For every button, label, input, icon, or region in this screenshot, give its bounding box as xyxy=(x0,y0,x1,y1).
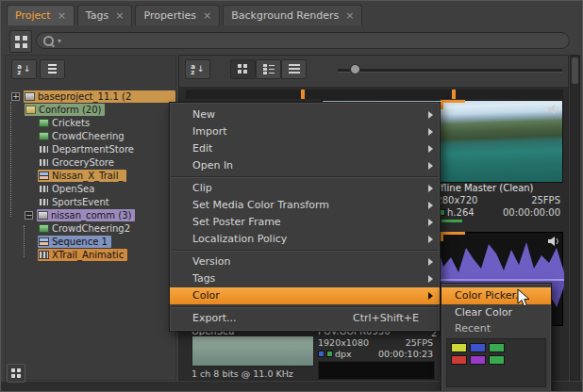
menu-item-edit[interactable]: Edit xyxy=(170,140,440,157)
search-input[interactable] xyxy=(67,33,562,48)
scrollbar-handle[interactable] xyxy=(572,57,578,84)
color-swatch-5[interactable] xyxy=(470,355,486,365)
layout-grid-button[interactable] xyxy=(9,30,32,53)
tree-item-label: DepartmentStore xyxy=(52,144,134,155)
opensea-thumbnail[interactable] xyxy=(192,335,314,367)
list-view-icon xyxy=(289,64,300,74)
arrow-down-icon: ↓ xyxy=(24,65,31,74)
color-swatch-3[interactable] xyxy=(489,343,505,352)
tree-item-departmentstore[interactable]: DepartmentStore xyxy=(6,142,175,155)
color-swatch-1[interactable] xyxy=(451,343,467,352)
tree-item-sequence-1[interactable]: Sequence 1 xyxy=(6,235,175,248)
menu-item-tags[interactable]: Tags xyxy=(170,270,440,287)
menu-shortcut: Ctrl+Shift+E xyxy=(353,310,419,327)
gopro-thumbnail[interactable] xyxy=(318,361,435,380)
tab-properties[interactable]: Properties× xyxy=(135,5,220,25)
menu-separator xyxy=(171,306,439,308)
tree-item-crickets[interactable]: Crickets xyxy=(6,116,175,129)
layout-grid-icon xyxy=(11,368,21,378)
tree-item-content: Crickets xyxy=(38,117,93,129)
arrow-down-icon: ↓ xyxy=(197,65,205,74)
tree-toggle-icon[interactable]: + xyxy=(11,92,20,101)
project-tree: +baseproject_11.1 (2Conform (20)Crickets… xyxy=(6,90,175,261)
selection-tick xyxy=(301,90,305,99)
color-swatch-2[interactable] xyxy=(470,343,486,352)
menu-item-label: Set Poster Frame xyxy=(192,214,419,231)
tree-item-content: nissan_comm (3) xyxy=(37,209,135,221)
menu-item-clip[interactable]: Clip xyxy=(170,180,440,197)
view-grid-button[interactable] xyxy=(230,59,256,79)
menu-item-new[interactable]: New xyxy=(170,106,440,123)
selection-corner xyxy=(441,232,465,235)
tree-item-crowdcheering2[interactable]: CrowdCheering2 xyxy=(6,221,175,235)
tab-project[interactable]: Project× xyxy=(7,5,75,25)
tree-item-xtrail-animatic[interactable]: XTrail_Animatic xyxy=(6,248,175,261)
submenu-arrow-icon xyxy=(428,145,433,153)
tree-toggle-icon[interactable]: − xyxy=(25,211,33,220)
menu-item-label: Color xyxy=(192,287,419,304)
tree-item-sportsevent[interactable]: SportsEvent xyxy=(6,195,175,208)
menu-item-label: Recent xyxy=(455,321,541,336)
menu-item-set-poster-frame[interactable]: Set Poster Frame xyxy=(170,214,440,231)
tree-item-content: Nissan_X_Trail_ xyxy=(38,170,126,182)
slider-handle[interactable] xyxy=(350,64,360,74)
menu-item-label: Clip xyxy=(192,180,419,197)
tree-item-baseproject-11-1-2[interactable]: +baseproject_11.1 (2 xyxy=(6,90,175,103)
menu-item-export[interactable]: Export...Ctrl+Shift+E xyxy=(170,310,440,327)
search-field[interactable]: ▾ xyxy=(36,32,570,49)
vertical-scrollbar[interactable] xyxy=(570,55,580,381)
tab-close-icon[interactable]: × xyxy=(345,11,354,21)
view-details-button[interactable] xyxy=(256,59,281,79)
menu-item-version[interactable]: Version xyxy=(170,253,440,270)
media-sort-button[interactable]: az ↓ xyxy=(185,59,210,79)
corner-layout-button[interactable] xyxy=(7,364,25,383)
tab-close-icon[interactable]: × xyxy=(115,11,124,21)
view-list-button[interactable] xyxy=(281,59,307,79)
tree-item-label: Conform (20) xyxy=(39,105,101,115)
clip-fps: 25FPS xyxy=(531,195,560,205)
tree-item-grocerystore[interactable]: GroceryStore xyxy=(6,155,175,169)
menu-item-clear-color[interactable]: Clear Color xyxy=(441,304,551,321)
tree-item-label: Crickets xyxy=(52,118,90,128)
tab-bar: Project×Tags×Properties×Background Rende… xyxy=(1,1,582,25)
submenu-arrow-icon xyxy=(428,202,433,209)
selection-corner xyxy=(441,100,443,109)
tree-item-conform-20[interactable]: Conform (20) xyxy=(6,103,175,116)
menu-item-color[interactable]: Color xyxy=(170,287,440,304)
tab-label: Properties xyxy=(143,9,196,22)
tree-item-crowdcheering[interactable]: CrowdCheering xyxy=(6,129,175,142)
tab-close-icon[interactable]: × xyxy=(203,11,211,21)
bin-sort-alpha-button[interactable]: az ↓ xyxy=(11,59,37,79)
menu-item-label: Export... xyxy=(192,310,345,327)
color-swatch-4[interactable] xyxy=(451,355,467,365)
color-swatch-6[interactable] xyxy=(489,355,505,365)
mouse-cursor xyxy=(517,288,530,308)
tree-item-nissan-comm-3[interactable]: −nissan_comm (3) xyxy=(6,208,175,221)
tab-label: Background Renders xyxy=(231,9,339,22)
tab-close-icon[interactable]: × xyxy=(58,11,66,21)
tree-item-label: SportsEvent xyxy=(52,197,109,207)
menu-separator xyxy=(171,176,439,178)
application-window: Project×Tags×Properties×Background Rende… xyxy=(0,0,583,392)
tree-item-label: baseproject_11.1 (2 xyxy=(38,91,131,102)
menu-item-label: Version xyxy=(192,253,419,270)
tree-item-content: DepartmentStore xyxy=(38,143,138,155)
menu-item-import[interactable]: Import xyxy=(170,123,440,140)
bin-sort-order-button[interactable] xyxy=(40,59,65,79)
menu-item-localization-policy[interactable]: Localization Policy xyxy=(170,231,440,248)
tab-tags[interactable]: Tags× xyxy=(77,5,133,25)
thumbnail-size-slider[interactable] xyxy=(338,69,562,73)
clip-audio-info: 1 ch 8 bits @ 11.0 KHz xyxy=(192,368,324,379)
menu-item-set-media-color-transform[interactable]: Set Media Color Transform xyxy=(170,197,440,214)
tab-label: Project xyxy=(15,9,51,22)
menu-item-label: Localization Policy xyxy=(192,231,419,248)
menu-item-open-in[interactable]: Open In xyxy=(170,157,440,174)
tree-item-opensea[interactable]: OpenSea xyxy=(6,182,175,195)
colorspace-chip xyxy=(326,351,333,357)
sort-alpha-icon: az xyxy=(191,64,195,75)
tab-background-renders[interactable]: Background Renders× xyxy=(223,5,362,25)
speaker-icon xyxy=(548,105,560,115)
tree-item-nissan-x-trail[interactable]: Nissan_X_Trail_ xyxy=(6,169,175,182)
menu-item-color-picker[interactable]: Color Picker... xyxy=(441,287,551,304)
tree-item-content: CrowdCheering2 xyxy=(38,222,134,235)
